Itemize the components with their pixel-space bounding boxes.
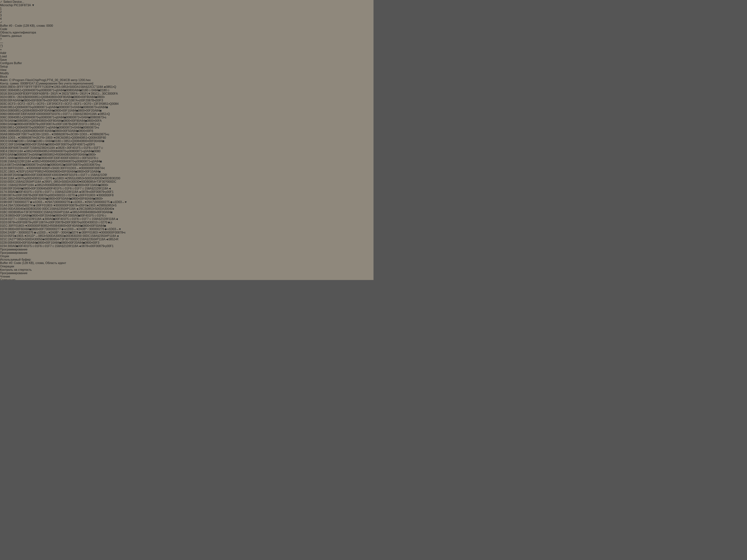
hex-word: 0CF0 [84,102,91,105]
char-cell: ☺ [94,214,97,217]
help-button[interactable]: ? [0,37,374,41]
tree-item-1[interactable]: Контроль на стертость [0,268,374,271]
char-cell: s [105,116,106,119]
hex-word: 21D9 [63,190,71,193]
hex-word: 3000 [28,166,35,170]
buffer-1-button[interactable]: 1 [0,7,374,10]
hex-word: 0A84 [16,143,22,146]
hex-word: 281C [91,92,98,95]
hex-word: 0080 [50,163,56,166]
hex-row: 006C:00840851•Q00840870•p00800871•q0A84◙… [0,116,374,119]
char-cell: 0 [15,166,16,170]
hex-word: 0A84 [73,89,80,92]
char-cell: ♀ [25,102,27,105]
char-cell: # [31,180,32,183]
close-button[interactable]: × [0,48,374,51]
toolbar-button-configure-buffer[interactable]: Configure Buffer [0,61,37,65]
panel-tab-programming[interactable]: Программирование [0,251,37,255]
hex-word: 0A84 [93,109,100,112]
hex-word: 1803 [88,194,95,197]
hex-word: 0851 [64,139,71,143]
char-cell: ↔ [46,231,49,234]
hex-word: 3F30 [25,211,32,214]
chevron-down-icon[interactable]: ▼ [32,4,35,7]
auto-programming-button[interactable]: ✓ [0,21,374,24]
char-cell: ? [24,85,26,88]
char-cell: 0 [101,177,103,180]
hex-word: 00F1 [62,109,69,112]
hex-word: 00F3 [63,214,70,217]
hex-word: 0851 [23,119,30,122]
hex-word: 01F7 [94,146,100,150]
char-cell: ☺ [91,146,94,150]
hex-word: 0853 [17,238,24,241]
hex-word: 00F0 [39,109,46,112]
hex-word: 0871 [83,160,90,163]
char-cell: § [99,217,101,220]
hex-word: 2382 [81,112,88,115]
hex-word: 0800 [8,133,15,136]
page-check-icon: ✓ [0,21,374,24]
hex-word: 0854 [52,238,59,241]
tree-item-4[interactable]: Сравнение [0,278,374,280]
buffer-2-button[interactable]: 2 [0,10,374,14]
hex-word: 3A00 [52,166,59,170]
buffer-used-combobox[interactable]: Buffer #0: Code (128 KB), слова, Область… [0,261,374,265]
char-cell: 0 [80,234,82,238]
hex-word: 0084 [52,224,59,227]
hex-word: 30FF [80,194,86,197]
restore-button[interactable]: ❐ [0,45,374,48]
hex-word: 0080 [66,116,73,119]
hex-row: 01BC:00DB0854•T3F30?000DC158A§2350#P118A… [0,211,374,214]
hex-word: 30FF [8,224,15,227]
char-cell: • [104,96,105,99]
char-cell: p [82,163,84,166]
hex-word: 0870 [24,106,31,109]
hex-word: 1803 [91,231,98,234]
hex-word: 00F5 [90,224,97,227]
char-cell: 0 [35,166,37,170]
hex-row: 0150:00DC158A§2350#P118A◄295F)_0853•S00D… [0,180,374,184]
hex-word: 30FF [82,231,89,234]
hex-word: 118A [90,112,97,115]
hex-dump-area[interactable]: 0000:2BE6+3FFF?3FFF?3FFF?1303‼♥1283↕0853… [0,85,374,248]
char-cell: s [31,153,32,156]
select-device-button[interactable]: ✓ Select Device... [0,0,374,4]
hex-word: 0A84 [27,139,34,143]
char-cell: ◄ [105,238,108,241]
hex-word: 281F [51,92,57,95]
char-cell: ◄ [69,211,72,214]
hex-word: 0BFA [70,92,78,95]
hex-word: 0180 [54,139,61,143]
char-cell: P [97,238,99,241]
char-cell: ◙ [93,197,95,200]
hex-word: 0852 [108,238,115,241]
char-cell: ◄ [76,207,79,210]
hex-word: 087B [24,194,31,197]
hex-word: 21D9 [16,160,23,163]
hex-row: 0138:00F20A84◙0800•00F330E8000F430030♥00… [0,173,374,177]
hex-word: 292F [18,170,25,173]
tab-id-area[interactable]: Область идентификатора [0,31,49,34]
hex-word: 0871 [41,126,47,129]
device-combobox[interactable]: Microchip PIC16F873A ▼ [0,4,374,7]
hex-word: 00F0 [91,244,97,248]
char-cell: q [48,126,50,129]
char-cell: ♥ [99,231,101,234]
buffer-3-button[interactable]: 3 [0,14,374,17]
tree-item-3[interactable]: Чтение [0,275,374,278]
char-cell: s [98,106,99,109]
hex-row: 0054:00800851•Q00840800•00F00A84◙0800•00… [0,109,374,112]
buffer-4-button[interactable]: 4 [0,17,374,21]
minimize-button[interactable]: — [0,41,374,45]
char-cell: ♥ [45,201,47,204]
hex-word: 0084 [25,129,32,132]
char-cell: R [116,238,119,241]
char-cell: y [32,221,33,224]
hex-word: 00F1 [8,143,15,146]
char-cell: q [86,143,88,146]
hex-word: 300A [70,214,77,217]
char-cell: ◄ [55,146,58,150]
char-cell: § [80,112,81,115]
tree-item-2[interactable]: Программирование [0,271,374,275]
